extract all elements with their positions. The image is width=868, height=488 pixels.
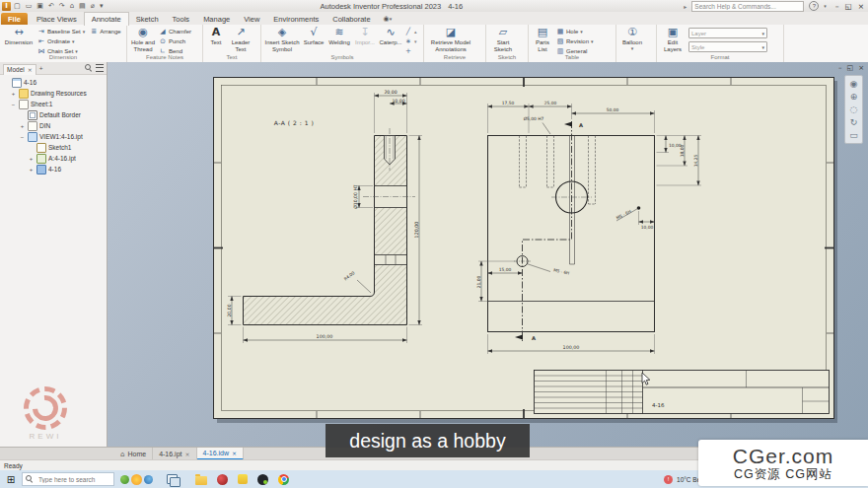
scroll-up-icon[interactable]: ▴: [414, 28, 417, 35]
baseline-set-button[interactable]: ⇥Baseline Set▾: [37, 28, 85, 35]
tree-item-default-border[interactable]: Default Border: [0, 109, 107, 120]
dimension-button[interactable]: ↔Dimension: [3, 26, 35, 46]
drawing-sheet[interactable]: A-A ( 2 : 1 ): [213, 77, 838, 424]
titleblock-doc-label[interactable]: 4-16: [652, 402, 665, 408]
tab-manage[interactable]: Manage: [196, 13, 237, 25]
new-file-icon[interactable]: ▢: [14, 2, 21, 10]
news-weather-widget[interactable]: [120, 474, 153, 485]
chrome-icon[interactable]: [278, 474, 289, 485]
pinned-app-icon[interactable]: [217, 474, 228, 485]
welding-button[interactable]: ≋Welding: [327, 26, 351, 46]
close-icon[interactable]: ×: [28, 66, 33, 73]
retrieve-model-annotations-button[interactable]: ◪Retrieve Model Annotations: [427, 26, 474, 52]
title-block[interactable]: 4-16: [535, 371, 830, 414]
look-at-icon[interactable]: ▭: [849, 130, 858, 140]
home-icon[interactable]: ⌂: [70, 2, 74, 10]
navigation-bar[interactable]: ◉ ⊕ ◌ ↻ ▭: [844, 75, 863, 144]
print-icon[interactable]: ▤: [79, 2, 86, 10]
measure-icon[interactable]: ⌀: [91, 2, 95, 10]
dim-label[interactable]: 10,00: [392, 99, 404, 104]
model-browser-tab[interactable]: Model×: [3, 64, 36, 75]
balloon-button[interactable]: ①Balloon▾: [619, 26, 645, 51]
dim-label[interactable]: 25,00: [544, 101, 557, 105]
section-mark-label[interactable]: A: [532, 335, 536, 341]
dim-label[interactable]: 100,00: [317, 334, 333, 339]
dim-label[interactable]: 17,50: [502, 101, 515, 105]
leader-text-button[interactable]: ↗Leader Text: [229, 26, 253, 52]
menu-icon[interactable]: [96, 64, 104, 72]
dim-label[interactable]: 21,00: [476, 276, 481, 289]
tab-annotate[interactable]: Annotate: [84, 12, 129, 26]
orbit-icon[interactable]: ↻: [850, 117, 858, 127]
revision-table-button[interactable]: ▧Revision▾: [556, 37, 594, 45]
sheet-paper[interactable]: [214, 78, 834, 419]
tab-tools[interactable]: Tools: [166, 13, 197, 25]
caterpillar-button[interactable]: ∿Caterp...: [379, 26, 402, 46]
doc-restore-icon[interactable]: ◱: [847, 64, 854, 72]
hole-and-thread-button[interactable]: ◉Hole and Thread: [130, 26, 156, 52]
dim-label[interactable]: 20,00: [384, 90, 397, 95]
start-sketch-button[interactable]: ▱Start Sketch: [489, 26, 517, 52]
style-dropdown[interactable]: Style▾: [688, 41, 767, 52]
dim-label[interactable]: 18,00: [680, 145, 685, 158]
tab-environments[interactable]: Environments: [266, 13, 326, 25]
save-icon[interactable]: ▣: [36, 2, 43, 10]
help-dropdown-icon[interactable]: ▾: [824, 3, 827, 9]
tab-collaborate[interactable]: Collaborate: [326, 13, 377, 25]
punch-button[interactable]: ⊙Punch: [159, 37, 191, 45]
dim-label[interactable]: 100,00: [563, 345, 580, 350]
taskbar-search[interactable]: [22, 472, 114, 486]
ordinate-button[interactable]: ⇤Ordinate▾: [37, 37, 121, 45]
tree-item-section-view[interactable]: +A:4-16.ipt: [0, 153, 107, 164]
tree-item-part[interactable]: +4-16: [0, 164, 107, 174]
close-icon[interactable]: ×: [232, 450, 237, 456]
text-button[interactable]: AText: [206, 26, 226, 46]
pinned-app-icon[interactable]: [257, 474, 268, 485]
doc-close-icon[interactable]: ×: [858, 64, 864, 72]
ribbon-display-icon[interactable]: ◉▾: [384, 15, 393, 25]
pan-icon[interactable]: ◌: [850, 105, 858, 114]
open-file-icon[interactable]: ▭: [26, 2, 33, 10]
pinned-app-icon[interactable]: [238, 474, 248, 484]
dim-label[interactable]: 15,00: [499, 267, 512, 272]
start-button[interactable]: ⊞: [0, 474, 22, 485]
help-icon[interactable]: ?: [809, 1, 819, 11]
dim-label[interactable]: Ø10,00 H7: [353, 184, 358, 209]
hole-callout[interactable]: Ø5,00 H7: [524, 116, 544, 121]
arrange-button[interactable]: ≣Arrange: [90, 28, 120, 35]
tab-sketch[interactable]: Sketch: [129, 13, 166, 25]
tree-item-view1[interactable]: −VIEW1:4-16.ipt: [0, 131, 107, 142]
search-icon[interactable]: [85, 64, 93, 72]
dim-label[interactable]: 10,00: [641, 225, 654, 230]
section-view-label[interactable]: A-A ( 2 : 1 ): [274, 119, 314, 126]
nav-wheel-icon[interactable]: ◉: [850, 79, 858, 89]
layer-dropdown[interactable]: Layer▾: [688, 28, 767, 38]
tree-item-sketch1[interactable]: Sketch1: [0, 142, 107, 153]
zoom-icon[interactable]: ⊕: [850, 92, 858, 102]
inventor-logo-icon[interactable]: I: [2, 2, 11, 11]
section-mark-label[interactable]: A: [579, 122, 583, 128]
sketch-point-icon[interactable]: ∗: [405, 37, 411, 45]
tree-item-drawing-resources[interactable]: +Drawing Resources: [0, 88, 107, 99]
insert-sketch-symbol-button[interactable]: ◈Insert Sketch Symbol: [264, 26, 300, 52]
file-explorer-icon[interactable]: [195, 476, 207, 485]
surface-button[interactable]: √Surface: [303, 26, 325, 46]
restore-button[interactable]: ◱: [845, 2, 852, 11]
taskbar-search-input[interactable]: [36, 475, 109, 484]
redo-icon[interactable]: ↷: [59, 2, 65, 10]
dim-label[interactable]: 20,00: [227, 304, 232, 316]
dim-label[interactable]: 120,00: [414, 222, 419, 239]
close-icon[interactable]: ×: [185, 451, 190, 457]
tab-view[interactable]: View: [237, 13, 266, 25]
edit-layers-button[interactable]: ▣Edit Layers: [660, 26, 686, 52]
dim-label[interactable]: 14,25: [693, 155, 698, 168]
graphics-canvas[interactable]: –◱× ◉ ⊕ ◌ ↻ ▭: [108, 62, 868, 447]
tree-item-root[interactable]: 4-16: [0, 77, 107, 88]
tree-item-din[interactable]: +DIN: [0, 120, 107, 131]
scroll-down-icon[interactable]: ▾: [414, 37, 417, 45]
sketch-line-icon[interactable]: ╱: [405, 28, 411, 35]
help-search-input[interactable]: [691, 1, 804, 12]
doc-minimize-icon[interactable]: –: [838, 64, 842, 72]
parts-list-button[interactable]: ▤Parts List: [532, 26, 553, 52]
undo-icon[interactable]: ↶: [48, 2, 54, 10]
